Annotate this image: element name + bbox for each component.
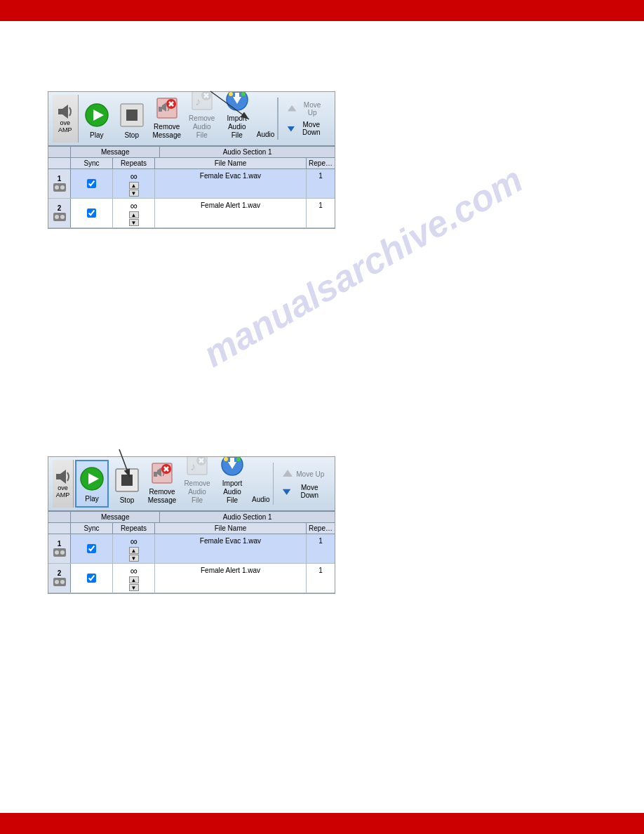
import-audio-label-1: ImportAudio File [223,114,251,140]
svg-marker-54 [283,470,293,477]
svg-marker-1 [62,105,68,119]
bottom-bar [0,813,644,834]
audio-row-icon-2-1 [53,212,67,222]
svg-rect-5 [126,110,137,121]
remove-message-icon-1 [154,95,180,121]
stop-button-2[interactable]: Stop [110,460,144,508]
move-up-button-1[interactable]: Move Up [284,100,328,118]
repeats-up-1-1[interactable]: ▲ [129,182,139,189]
import-audio-button-2[interactable]: ImportAudio File [215,460,249,508]
subheader-row-2: Sync Repeats File Name Repe… [48,523,335,534]
sync-check-2-1[interactable] [87,208,96,218]
repeats-up-2-1[interactable]: ▲ [129,211,139,218]
table-header-row-2: Message Audio Section 1 [48,512,335,523]
table-row-2-2[interactable]: 2 ∞ ▲ ▼ Female Alert 1.wav 1 [48,564,335,593]
remove-message-icon-2 [149,461,175,486]
page-content: manualsarchive.com ove AMP [0,21,644,813]
remove-audio-icon-2: ♪ [185,456,210,477]
table-row-1-2[interactable]: 1 ∞ ▲ ▼ Female Evac 1.wav 1 [48,534,335,564]
panel-1: ove AMP Play [48,91,335,229]
col-sync-1: Sync [71,158,113,168]
svg-point-21 [241,92,246,96]
filename-1-1: Female Evac 1.wav [155,169,307,198]
repeats2-1-2: 1 [307,534,335,563]
play-label-2: Play [85,495,98,503]
stop-button-1[interactable]: Stop [115,95,149,143]
remove-audio-icon-1: ♪ [189,91,215,112]
repeats-down-2-1[interactable]: ▼ [129,219,139,226]
col-repeats-1: Repeats [113,158,155,168]
sync-check-1-1[interactable] [87,179,96,188]
audio-row-icon-1-2 [53,548,67,557]
svg-rect-37 [121,475,133,486]
toolbar-1: ove AMP Play [48,92,335,147]
top-bar [0,0,644,21]
row-num-2-1: 2 [58,204,62,212]
move-down-icon-2 [282,486,291,497]
repeats-val-1-2: ∞ [130,536,137,547]
sync-check-1-2[interactable] [87,544,96,553]
svg-rect-32 [56,474,60,479]
move-down-button-2[interactable]: Move Down [279,482,328,501]
svg-rect-10 [159,107,162,112]
svg-point-28 [55,215,59,219]
move-up-button-2[interactable]: Move Up [279,467,328,481]
col-repeats2-2: Repe… [307,523,335,534]
repeats-down-1-2[interactable]: ▼ [129,555,139,562]
audio-row-icon-1-1 [53,183,67,192]
svg-point-25 [55,185,59,190]
sync-check-2-2[interactable] [87,574,96,583]
left-label-1: ove AMP [55,120,75,134]
remove-audio-button-1[interactable]: ♪ RemoveAudio File [185,95,219,143]
remove-message-label-1: RemoveMessage [152,123,181,140]
repeats-val-2-1: ∞ [130,200,137,211]
import-audio-label-2: ImportAudio File [218,479,246,505]
move-down-button-1[interactable]: Move Down [284,119,328,138]
row-num-1-2: 1 [58,540,62,548]
stop-icon-2 [114,468,140,493]
table-row-1-1[interactable]: 1 ∞ ▲ ▼ Female Evac 1.wav 1 [48,169,335,199]
remove-audio-button-2[interactable]: ♪ RemoveAudio File [180,460,214,508]
play-button-1[interactable]: Play [80,95,114,143]
col-repeats2-1: Repe… [307,158,335,168]
svg-point-58 [60,550,65,555]
left-edge-1: ove AMP [53,95,79,143]
header-message-1: Message [71,147,160,157]
svg-marker-55 [283,489,291,495]
repeats-down-2-2[interactable]: ▼ [129,584,139,591]
remove-message-button-2[interactable]: RemoveMessage [145,460,179,508]
remove-audio-label-2: RemoveAudio File [183,479,211,505]
remove-message-button-1[interactable]: RemoveMessage [150,95,184,143]
move-down-icon-1 [287,123,295,134]
col-filename-2: File Name [155,523,307,534]
svg-point-29 [60,215,65,219]
repeats2-1-1: 1 [307,169,335,198]
header-audio-1: Audio Section 1 [160,147,335,157]
move-up-icon-1 [287,103,297,114]
filename-2-1: Female Alert 1.wav [155,199,307,227]
toolbar-divider-2 [273,463,274,505]
svg-text:♪: ♪ [190,461,196,472]
repeats-down-1-1[interactable]: ▼ [129,190,139,197]
repeats-val-2-2: ∞ [130,565,137,576]
audio-row-icon-2-2 [53,577,67,587]
repeats-up-1-2[interactable]: ▲ [129,547,139,554]
play-button-2[interactable]: Play [75,460,109,508]
svg-point-26 [60,185,65,190]
toolbar-2: oveAMP Play [48,457,335,512]
stop-label-2: Stop [120,496,135,505]
svg-text:♪: ♪ [195,95,201,107]
table-row-2-1[interactable]: 2 ∞ ▲ ▼ Female Alert 1.wav 1 [48,199,335,228]
move-up-icon-2 [282,468,293,479]
svg-point-53 [236,457,241,461]
svg-point-60 [55,580,59,584]
toolbar-divider-1 [277,98,279,140]
audio-label-2: Audio [250,460,270,508]
repeats-up-2-2[interactable]: ▲ [129,576,139,583]
left-label-2: oveAMP [56,485,70,499]
import-audio-button-1[interactable]: ImportAudio File [220,95,254,143]
svg-marker-23 [288,126,295,131]
repeats2-2-1: 1 [307,199,335,227]
svg-point-61 [60,580,65,584]
col-filename-1: File Name [155,158,307,168]
